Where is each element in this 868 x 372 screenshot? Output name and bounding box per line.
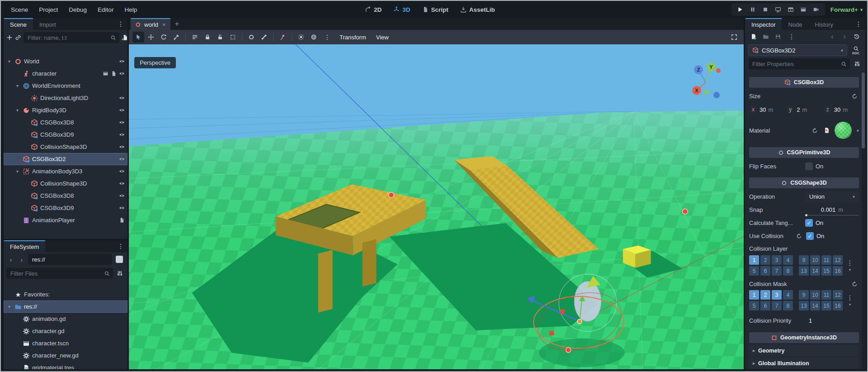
scene-node-animationplayer[interactable]: AnimationPlayer	[4, 214, 127, 226]
scene-node-csgbox3d8[interactable]: CSGBox3D8	[4, 116, 127, 129]
history-back-button[interactable]: ‹	[827, 31, 838, 42]
visibility-toggle-icon[interactable]	[119, 156, 125, 162]
sun-environment-options-icon[interactable]: ⋮	[321, 33, 334, 41]
scene-node-world[interactable]: ▾World	[4, 55, 127, 67]
editor-tab-2d[interactable]: 2D	[361, 5, 385, 15]
flip-faces-checkbox[interactable]	[805, 162, 813, 170]
collision-mask-bit-6[interactable]: 6	[760, 301, 770, 310]
fs-item-favorites[interactable]: ★Favorites:	[4, 288, 127, 300]
collision-mask-bit-13[interactable]: 13	[799, 301, 809, 310]
collision-mask-bit-1[interactable]: 1	[749, 290, 759, 300]
select-tool[interactable]	[132, 32, 144, 43]
size-x-field[interactable]: x 30 m	[749, 105, 784, 114]
collision-layer-bit-2[interactable]: 2	[760, 255, 770, 265]
collision-mask-bit-7[interactable]: 7	[772, 301, 782, 310]
tab-node[interactable]: Node	[782, 18, 808, 30]
collision-layer-bit-15[interactable]: 15	[821, 266, 831, 276]
list-select-tool[interactable]	[189, 32, 201, 43]
editor-tab-3d[interactable]: 3D	[390, 5, 414, 15]
group-node-button[interactable]	[227, 32, 239, 43]
group-geometry[interactable]: ▸ Geometry	[749, 345, 859, 356]
ruler-tool[interactable]	[245, 32, 257, 43]
scene-filter-input[interactable]	[27, 34, 108, 42]
collision-mask-bit-16[interactable]: 16	[833, 301, 843, 310]
tab-scene[interactable]: Scene	[4, 18, 33, 30]
inspector-filter-input[interactable]	[751, 60, 839, 68]
operation-dropdown[interactable]: Union ▾	[805, 191, 859, 202]
fs-split-mode-button[interactable]	[116, 256, 123, 263]
add-node-button[interactable]	[6, 33, 13, 43]
fs-item-gridmaterial-tres[interactable]: gridmaterial.tres	[4, 362, 127, 369]
attach-script-button[interactable]	[122, 33, 127, 43]
axis-z-ball[interactable]: Z	[694, 65, 703, 74]
collision-mask-bit-10[interactable]: 10	[810, 290, 820, 300]
collision-mask-menu-icon[interactable]: ⋮	[847, 294, 853, 301]
visibility-toggle-icon[interactable]	[119, 95, 125, 101]
collision-mask-bit-11[interactable]: 11	[821, 290, 831, 300]
rotate-tool[interactable]	[158, 32, 170, 43]
collision-layer-bit-6[interactable]: 6	[760, 266, 770, 276]
visibility-toggle-icon[interactable]	[119, 205, 125, 211]
resource-extra-menu-icon[interactable]: ⋮	[785, 33, 798, 40]
new-scene-tab-button[interactable]: +	[170, 20, 184, 28]
menu-debug[interactable]: Debug	[63, 6, 92, 13]
skeleton-options-button[interactable]	[258, 32, 270, 43]
collision-layer-bit-16[interactable]: 16	[833, 266, 843, 276]
editor-tab-assetlib[interactable]: AssetLib	[457, 5, 499, 15]
scene-node-collisionshape3d[interactable]: CollisionShape3D	[4, 177, 127, 190]
collision-priority-value[interactable]: 1	[809, 317, 812, 324]
use-collision-revert-button[interactable]	[794, 232, 803, 241]
instance-scene-button[interactable]	[15, 33, 21, 43]
scene-tab-world[interactable]: world ×	[131, 18, 170, 30]
collision-layer-bit-9[interactable]: 9	[799, 255, 809, 265]
menu-editor[interactable]: Editor	[92, 6, 119, 13]
transform-menu[interactable]: Transform	[335, 33, 371, 42]
scale-tool[interactable]	[170, 32, 182, 43]
inspector-dock-menu-icon[interactable]: ⋮	[852, 20, 865, 28]
collapse-arrow-icon[interactable]: ▾	[6, 59, 12, 64]
scene-dock-menu-icon[interactable]: ⋮	[114, 20, 127, 28]
scene-node-worldenvironment[interactable]: ▾WorldEnvironment	[4, 80, 127, 92]
axis-x-ball[interactable]: X	[692, 86, 701, 95]
visibility-toggle-icon[interactable]	[119, 144, 125, 150]
collision-layer-bit-11[interactable]: 11	[821, 255, 831, 265]
fs-sort-button[interactable]	[115, 268, 125, 278]
renderer-select[interactable]: Forward+ ▾	[830, 6, 863, 13]
tab-filesystem[interactable]: FileSystem	[4, 240, 45, 252]
collision-mask-revert-button[interactable]	[850, 279, 859, 288]
script-icon[interactable]	[119, 217, 125, 223]
collision-layer-bit-7[interactable]: 7	[772, 266, 782, 276]
fs-item-animation-gd[interactable]: animation.gd	[4, 313, 127, 325]
collapse-arrow-icon[interactable]: ▾	[14, 169, 20, 174]
perspective-menu[interactable]: Perspective	[134, 57, 176, 68]
collision-mask-bit-15[interactable]: 15	[821, 301, 831, 310]
tab-history[interactable]: History	[809, 18, 840, 30]
tab-inspector[interactable]: Inspector	[745, 18, 782, 30]
fs-path[interactable]: res://	[28, 254, 112, 265]
scene-node-collisionshape3d[interactable]: CollisionShape3D	[4, 141, 127, 153]
collision-layer-bit-8[interactable]: 8	[783, 266, 793, 276]
fs-item-res[interactable]: ▾res://	[4, 300, 127, 313]
axis-y-ball[interactable]: Y	[707, 62, 716, 72]
visibility-toggle-icon[interactable]	[119, 71, 125, 76]
preview-sun-toggle[interactable]	[295, 32, 307, 43]
lock-node-button[interactable]	[202, 32, 213, 43]
scene-node-csgbox3d2[interactable]: CSGBox3D2	[4, 153, 127, 165]
open-docs-button[interactable]: DOC	[849, 44, 862, 56]
menu-help[interactable]: Help	[119, 6, 142, 13]
scene-node-csgbox3d8[interactable]: CSGBox3D8	[4, 190, 127, 202]
view-menu[interactable]: View	[372, 33, 393, 42]
visibility-toggle-icon[interactable]	[119, 107, 125, 113]
material-preview[interactable]	[834, 121, 852, 139]
collision-layer-bit-13[interactable]: 13	[799, 266, 809, 276]
axis-neg-y-dot[interactable]	[704, 90, 709, 95]
collision-mask-bit-4[interactable]: 4	[783, 290, 793, 300]
fullscreen-toggle[interactable]	[728, 32, 740, 43]
size-z-field[interactable]: z 30 m	[824, 105, 859, 114]
visibility-toggle-icon[interactable]	[119, 58, 125, 64]
collision-layer-bit-14[interactable]: 14	[810, 266, 820, 276]
category-csgprimitive3d[interactable]: CSGPrimitive3D	[749, 147, 859, 158]
scene-node-csgbox3d9[interactable]: CSGBox3D9	[4, 202, 127, 214]
collision-layer-bit-12[interactable]: 12	[833, 255, 843, 265]
fs-item-character-gd[interactable]: character.gd	[4, 325, 127, 337]
